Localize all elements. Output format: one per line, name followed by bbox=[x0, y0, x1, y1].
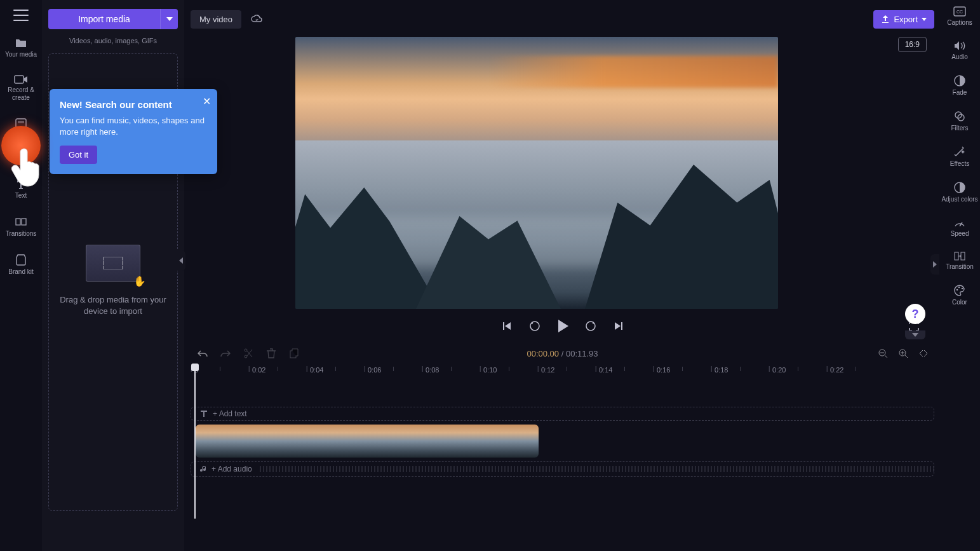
delete-icon[interactable] bbox=[265, 348, 277, 359]
sidebar-label: Text bbox=[15, 192, 27, 200]
sidebar-item-record-create[interactable]: Record & create bbox=[0, 74, 42, 103]
sidebar-item-filters[interactable]: Filters bbox=[939, 109, 980, 133]
sidebar-label: Brand kit bbox=[8, 268, 33, 276]
rewind-icon[interactable] bbox=[527, 318, 542, 334]
sidebar-item-speed[interactable]: Speed bbox=[939, 216, 980, 239]
ruler-tick: 0:12| bbox=[537, 365, 595, 378]
play-icon[interactable] bbox=[555, 318, 570, 334]
filters-icon bbox=[954, 111, 965, 122]
import-media-button[interactable]: Import media bbox=[48, 9, 178, 29]
audio-icon bbox=[954, 41, 965, 51]
ruler-tick: 0:04| bbox=[306, 365, 364, 378]
sidebar-label: Fade bbox=[953, 89, 967, 97]
music-icon bbox=[200, 465, 208, 473]
folder-icon bbox=[15, 38, 27, 48]
import-caret-icon[interactable] bbox=[160, 9, 178, 29]
captions-icon: CC bbox=[953, 6, 966, 17]
sidebar-item-audio[interactable]: Audio bbox=[939, 39, 980, 62]
svg-point-9 bbox=[245, 355, 247, 358]
feature-popover: ✕ New! Search our content You can find m… bbox=[50, 89, 217, 174]
undo-icon[interactable] bbox=[197, 348, 208, 359]
sidebar-item-color[interactable]: Color bbox=[939, 283, 980, 308]
export-label: Export bbox=[894, 15, 918, 24]
sidebar-label: Effects bbox=[950, 160, 969, 168]
timeline-ruler[interactable]: 0|0:02|0:04|0:06|0:08|0:10|0:12|0:14|0:1… bbox=[191, 365, 934, 378]
adjust-icon bbox=[954, 182, 965, 193]
effects-icon bbox=[954, 146, 965, 158]
aspect-ratio-button[interactable]: 16:9 bbox=[898, 37, 927, 52]
ruler-tick: 0:14| bbox=[595, 365, 653, 378]
menu-icon[interactable] bbox=[13, 10, 29, 21]
help-button[interactable]: ? bbox=[905, 304, 925, 324]
svg-rect-4 bbox=[16, 219, 20, 225]
svg-rect-0 bbox=[15, 76, 23, 83]
sidebar-label: Audio bbox=[951, 53, 968, 61]
sidebar-item-captions[interactable]: CC Captions bbox=[939, 5, 980, 28]
sidebar-item-adjust-colors[interactable]: Adjust colors bbox=[939, 180, 980, 205]
popover-body: You can find music, videos, shapes and m… bbox=[60, 115, 207, 138]
collapse-panel-left-icon[interactable] bbox=[177, 250, 185, 271]
import-media-label: Import media bbox=[48, 14, 160, 24]
sidebar-item-transitions[interactable]: Transitions bbox=[0, 215, 42, 239]
add-text-label: + Add text bbox=[213, 409, 247, 418]
left-sidebar: Your media Record & create Text Transiti… bbox=[0, 0, 42, 551]
redo-icon[interactable] bbox=[220, 348, 231, 359]
drop-zone-text: Drag & drop media from your device to im… bbox=[49, 294, 177, 317]
sidebar-label: Record & create bbox=[0, 86, 42, 102]
svg-rect-2 bbox=[18, 121, 24, 123]
fit-icon[interactable] bbox=[918, 348, 929, 359]
popover-title: New! Search our content bbox=[60, 99, 207, 110]
right-sidebar: CC Captions Audio Fade Filters Effects A… bbox=[939, 0, 980, 551]
audio-track[interactable]: + Add audio bbox=[191, 461, 934, 477]
color-icon bbox=[954, 285, 965, 296]
popover-got-it-button[interactable]: Got it bbox=[60, 146, 97, 164]
forward-icon[interactable] bbox=[583, 318, 598, 334]
text-track[interactable]: + Add text bbox=[191, 407, 934, 421]
sidebar-item-transition[interactable]: Transition bbox=[939, 250, 980, 272]
video-title-button[interactable]: My video bbox=[191, 10, 241, 29]
sidebar-label: Your media bbox=[5, 51, 37, 58]
svg-rect-19 bbox=[955, 252, 958, 260]
sidebar-label: Transitions bbox=[6, 230, 37, 238]
svg-text:CC: CC bbox=[957, 10, 963, 14]
skip-end-icon[interactable] bbox=[611, 318, 626, 334]
zoom-in-icon[interactable] bbox=[897, 348, 909, 359]
playhead[interactable] bbox=[194, 364, 196, 519]
svg-rect-20 bbox=[961, 252, 965, 260]
sidebar-item-fade[interactable]: Fade bbox=[939, 74, 980, 98]
edit-toolbar: 00:00.00 / 00:11.93 bbox=[191, 344, 934, 362]
sidebar-item-effects[interactable]: Effects bbox=[939, 145, 980, 169]
expand-down-icon[interactable] bbox=[905, 330, 925, 339]
transitions-icon bbox=[15, 216, 27, 228]
sidebar-label: Captions bbox=[947, 19, 972, 27]
media-clip[interactable] bbox=[196, 425, 539, 458]
export-button[interactable]: Export bbox=[873, 10, 934, 29]
text-icon bbox=[200, 410, 208, 418]
svg-point-21 bbox=[957, 289, 958, 291]
collapse-panel-right-icon[interactable] bbox=[930, 254, 939, 275]
skip-start-icon[interactable] bbox=[499, 318, 514, 334]
sidebar-label: Filters bbox=[951, 125, 968, 132]
fade-icon bbox=[954, 75, 965, 86]
ruler-tick: 0| bbox=[191, 365, 248, 378]
sidebar-item-brand-kit[interactable]: Brand kit bbox=[0, 253, 42, 277]
upload-icon bbox=[881, 15, 890, 24]
media-track[interactable] bbox=[191, 425, 934, 458]
duplicate-icon[interactable] bbox=[288, 348, 300, 359]
sidebar-label: Transition bbox=[946, 263, 974, 271]
ruler-tick: 0:18| bbox=[711, 365, 769, 378]
svg-point-22 bbox=[958, 287, 960, 289]
svg-point-23 bbox=[962, 288, 963, 290]
zoom-out-icon[interactable] bbox=[877, 348, 889, 359]
drop-thumbnail-icon: ✋ bbox=[86, 245, 140, 282]
ruler-tick: 0:06| bbox=[364, 365, 422, 378]
close-icon[interactable]: ✕ bbox=[203, 95, 211, 107]
split-icon[interactable] bbox=[243, 348, 254, 359]
current-time: 00:00.00 bbox=[527, 349, 559, 358]
sidebar-item-your-media[interactable]: Your media bbox=[0, 37, 42, 60]
media-panel-subtitle: Videos, audio, images, GIFs bbox=[48, 37, 178, 44]
speed-icon bbox=[954, 217, 965, 228]
cloud-sync-icon[interactable] bbox=[248, 10, 265, 28]
transition-icon bbox=[954, 252, 965, 261]
ruler-tick: 0:08| bbox=[422, 365, 480, 378]
